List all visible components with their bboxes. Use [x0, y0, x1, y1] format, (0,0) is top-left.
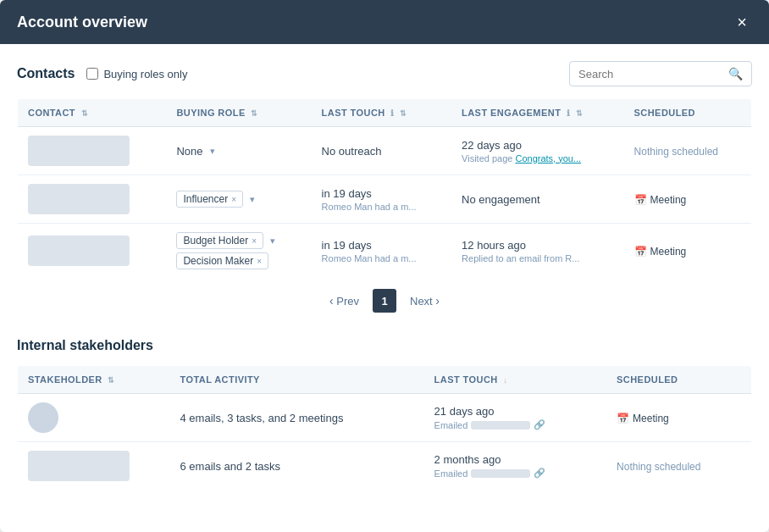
scheduled-cell-1: Nothing scheduled — [624, 127, 752, 175]
col-last-engagement: LAST ENGAGEMENT ℹ ⇅ — [451, 99, 624, 127]
stakeholders-title: Internal stakeholders — [17, 338, 153, 353]
emailed-link-1[interactable]: 🔗 — [534, 419, 545, 430]
total-activity-cell-1: 4 emails, 3 tasks, and 2 meetings — [170, 394, 424, 442]
last-touch-cell-3: in 19 days Romeo Man had a m... — [312, 224, 451, 279]
modal-body: Contacts Buying roles only 🔍 CONTACT ⇅ — [0, 44, 769, 499]
contacts-section-header: Contacts Buying roles only 🔍 — [17, 61, 752, 86]
account-overview-modal: Account overview × Contacts Buying roles… — [0, 0, 769, 532]
modal-title: Account overview — [17, 14, 147, 31]
contact-cell-1 — [18, 127, 167, 175]
contact-sort-icon[interactable]: ⇅ — [81, 109, 88, 118]
last-engagement-cell-3: 12 hours ago Replied to an email from R.… — [451, 224, 624, 279]
close-button[interactable]: × — [732, 12, 752, 32]
meeting-badge-2: 📅 Meeting — [634, 194, 687, 206]
calendar-icon-s1: 📅 — [617, 413, 629, 424]
stakeholder-last-touch-cell-2: 2 months ago Emailed 🔗 — [424, 442, 606, 490]
nothing-scheduled-1: Nothing scheduled — [634, 146, 718, 158]
emailed-row-1: Emailed 🔗 — [434, 419, 596, 430]
stakeholder-sort-icon[interactable]: ⇅ — [108, 376, 114, 385]
contacts-table-header: CONTACT ⇅ BUYING ROLE ⇅ LAST TOUCH ℹ ⇅ L… — [18, 99, 752, 127]
contacts-title: Contacts — [17, 66, 75, 81]
last-engagement-info-icon: ℹ — [567, 108, 570, 118]
scheduled-cell-2: 📅 Meeting — [624, 175, 752, 224]
last-engagement-sort-icon[interactable]: ⇅ — [576, 109, 583, 118]
avatar — [28, 402, 58, 433]
buying-role-cell-2: Influencer × ▾ — [166, 175, 311, 224]
last-touch-cell-1: No outreach — [312, 127, 451, 175]
emailed-bar-1 — [471, 421, 530, 429]
last-touch-info-icon: ℹ — [390, 108, 394, 118]
prev-button[interactable]: ‹ Prev — [323, 291, 366, 311]
last-touch-detail-3: Romeo Man had a m... — [322, 253, 441, 263]
contacts-table: CONTACT ⇅ BUYING ROLE ⇅ LAST TOUCH ℹ ⇅ L… — [17, 98, 752, 279]
stakeholder-cell-1 — [18, 394, 170, 442]
contact-cell-2 — [18, 175, 167, 224]
stakeholder-last-touch-sort-icon[interactable]: ↓ — [503, 376, 507, 385]
col-scheduled: SCHEDULED — [624, 99, 752, 127]
col-buying-role: BUYING ROLE ⇅ — [166, 99, 311, 127]
calendar-icon: 📅 — [634, 194, 647, 206]
buying-role-dropdown-icon-2[interactable]: ▾ — [250, 194, 255, 205]
search-icon: 🔍 — [728, 67, 743, 80]
buying-role-cell-3: Budget Holder × ▾ Decision Maker × — [166, 224, 311, 279]
col-last-touch: LAST TOUCH ℹ ⇅ — [312, 99, 451, 127]
col-contact: CONTACT ⇅ — [18, 99, 167, 127]
last-touch-cell-2: in 19 days Romeo Man had a m... — [312, 175, 451, 224]
stakeholder-cell-2 — [18, 442, 170, 490]
avatar — [28, 136, 130, 166]
congrats-link[interactable]: Congrats, you... — [515, 153, 581, 163]
emailed-bar-2 — [471, 469, 530, 478]
no-engagement-label: No engagement — [462, 193, 540, 206]
avatar — [28, 451, 130, 481]
current-page: 1 — [373, 289, 396, 313]
contacts-section-left: Contacts Buying roles only — [17, 66, 187, 81]
emailed-link-2[interactable]: 🔗 — [534, 468, 545, 479]
influencer-tag-close[interactable]: × — [231, 195, 236, 204]
stakeholder-scheduled-cell-1: 📅 Meeting — [606, 394, 751, 442]
buying-role-dropdown-icon[interactable]: ▾ — [210, 146, 215, 157]
stakeholder-last-touch-days-2: 2 months ago — [434, 453, 596, 466]
next-button[interactable]: Next › — [403, 291, 446, 311]
emailed-row-2: Emailed 🔗 — [434, 468, 596, 479]
stakeholders-table-body: 4 emails, 3 tasks, and 2 meetings 21 day… — [18, 394, 752, 490]
table-row: Influencer × ▾ in 19 days Romeo Man had … — [18, 175, 752, 224]
search-input[interactable] — [578, 68, 723, 80]
meeting-badge-3: 📅 Meeting — [634, 246, 687, 258]
stakeholders-section: Internal stakeholders STAKEHOLDER ⇅ TOTA… — [17, 338, 752, 490]
contacts-table-body: None ▾ No outreach 22 days ago Visited p… — [18, 127, 752, 279]
total-activity-cell-2: 6 emails and 2 tasks — [170, 442, 424, 490]
engagement-detail-3: Replied to an email from R... — [462, 253, 614, 263]
chevron-right-icon: › — [435, 294, 440, 308]
buying-role-none: None — [176, 145, 202, 158]
buying-role-sort-icon[interactable]: ⇅ — [251, 109, 257, 118]
last-touch-days-2: in 19 days — [322, 187, 441, 200]
last-touch-sort-icon[interactable]: ⇅ — [400, 109, 407, 118]
stakeholders-section-header: Internal stakeholders — [17, 338, 752, 353]
buying-roles-checkbox[interactable] — [86, 68, 98, 80]
col-total-activity: TOTAL ACTIVITY — [170, 366, 424, 394]
buying-roles-label: Buying roles only — [103, 68, 187, 80]
budget-holder-tag-close[interactable]: × — [252, 236, 257, 246]
scheduled-cell-3: 📅 Meeting — [624, 224, 752, 279]
last-engagement-cell-1: 22 days ago Visited page Congrats, you..… — [451, 127, 624, 175]
stakeholder-last-touch-days-1: 21 days ago — [434, 405, 596, 418]
table-row: 6 emails and 2 tasks 2 months ago Emaile… — [18, 442, 752, 490]
buying-role-dropdown-icon-3[interactable]: ▾ — [270, 236, 275, 247]
avatar — [28, 236, 130, 266]
stakeholders-table: STAKEHOLDER ⇅ TOTAL ACTIVITY LAST TOUCH … — [17, 365, 752, 490]
last-engagement-cell-2: No engagement — [451, 175, 624, 224]
last-touch-days-3: in 19 days — [322, 239, 441, 252]
search-box: 🔍 — [569, 61, 752, 86]
no-outreach-label: No outreach — [322, 145, 382, 158]
table-row: Budget Holder × ▾ Decision Maker × — [18, 224, 752, 279]
nothing-scheduled-s2: Nothing scheduled — [617, 461, 700, 473]
budget-holder-tag: Budget Holder × — [176, 232, 263, 249]
buying-roles-checkbox-label[interactable]: Buying roles only — [86, 68, 187, 80]
modal-header: Account overview × — [0, 0, 769, 44]
decision-maker-tag-close[interactable]: × — [257, 257, 262, 266]
col-stakeholder: STAKEHOLDER ⇅ — [18, 366, 170, 394]
col-stakeholder-last-touch: LAST TOUCH ↓ — [424, 366, 606, 394]
last-touch-detail-2: Romeo Man had a m... — [322, 202, 441, 212]
engagement-days-1: 22 days ago — [462, 139, 614, 152]
col-stakeholder-scheduled: SCHEDULED — [606, 366, 751, 394]
